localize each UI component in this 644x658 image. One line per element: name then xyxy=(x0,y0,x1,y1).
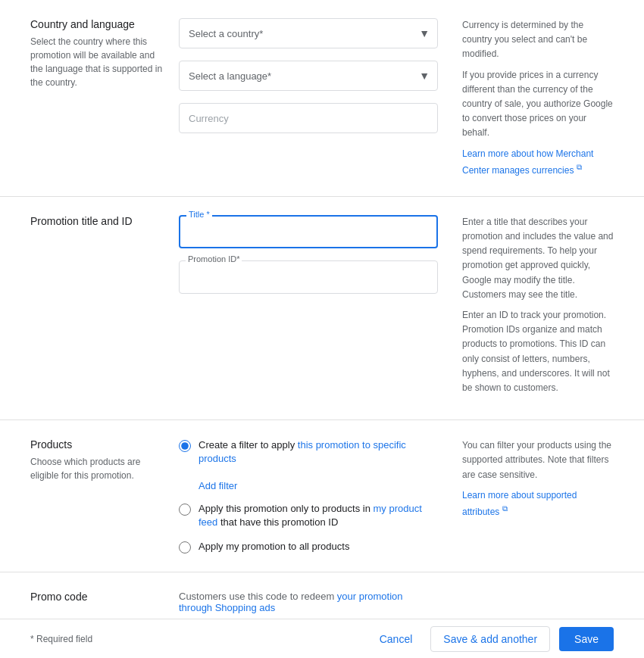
language-select-field: Select a language* ▼ xyxy=(179,61,438,91)
products-section: Products Choose which products are eligi… xyxy=(0,420,644,572)
title-field[interactable]: Title * xyxy=(179,215,438,248)
products-fields: Create a filter to apply this promotion … xyxy=(179,438,450,554)
required-note: * Required field xyxy=(30,634,92,644)
products-info: You can filter your products using the s… xyxy=(462,438,614,554)
promotion-info-p1: Enter a title that describes your promot… xyxy=(462,215,614,302)
promotion-id-field[interactable]: Promotion ID* xyxy=(179,260,438,294)
currency-placeholder: Currency xyxy=(189,113,229,124)
section-left-promotion: Promotion title and ID xyxy=(30,215,167,401)
products-desc: Choose which products are eligible for t… xyxy=(30,455,167,482)
save-add-button[interactable]: Save & add another xyxy=(430,626,550,652)
radio-product-feed-label: Apply this promotion only to products in… xyxy=(199,502,438,529)
promo-code-title: Promo code xyxy=(30,591,167,603)
products-title: Products xyxy=(30,438,167,451)
currency-info-link[interactable]: Learn more about how Merchant Center man… xyxy=(462,148,593,176)
footer: * Required field Cancel Save & add anoth… xyxy=(0,619,644,658)
section-left-products: Products Choose which products are eligi… xyxy=(30,438,167,554)
currency-display: Currency xyxy=(179,103,438,133)
currency-info-p1: Currency is determined by the country yo… xyxy=(462,18,614,62)
promotion-id-label: Promotion ID* xyxy=(186,254,242,264)
promo-code-description: Customers use this code to redeem your p… xyxy=(179,591,438,613)
language-select[interactable]: Select a language* xyxy=(180,61,437,90)
products-info-link[interactable]: Learn more about supported attributes ⧉ xyxy=(462,490,577,517)
language-select-wrapper[interactable]: Select a language* ▼ xyxy=(179,61,438,91)
promotion-title-fields: Title * Promotion ID* xyxy=(179,215,450,401)
save-button[interactable]: Save xyxy=(559,627,614,651)
radio-filter-input[interactable] xyxy=(179,440,191,452)
radio-product-feed-input[interactable] xyxy=(179,504,191,516)
country-language-info: Currency is determined by the country yo… xyxy=(462,18,614,178)
promotion-id-input[interactable] xyxy=(180,261,437,293)
radio-filter-label: Create a filter to apply this promotion … xyxy=(199,438,438,466)
external-link-icon: ⧉ xyxy=(577,163,582,171)
radio-feed-highlight: my product feed xyxy=(199,503,422,528)
currency-field: Currency xyxy=(179,103,438,133)
title-input[interactable] xyxy=(180,217,436,247)
country-language-section: Country and language Select the country … xyxy=(0,0,644,197)
section-left-country: Country and language Select the country … xyxy=(30,18,167,178)
promotion-title-heading: Promotion title and ID xyxy=(30,215,167,227)
radio-all-products-input[interactable] xyxy=(179,541,191,554)
country-select-field: Select a country* ▼ xyxy=(179,18,438,48)
footer-actions: Cancel Save & add another Save xyxy=(370,626,614,652)
products-external-icon: ⧉ xyxy=(502,504,508,513)
main-content: Country and language Select the country … xyxy=(0,0,644,658)
country-language-fields: Select a country* ▼ Select a language* ▼… xyxy=(179,18,450,178)
cancel-button[interactable]: Cancel xyxy=(370,627,422,651)
radio-filter-highlight: this promotion to specific products xyxy=(199,439,406,464)
country-language-desc: Select the country where this promotion … xyxy=(30,35,167,89)
radio-filter[interactable]: Create a filter to apply this promotion … xyxy=(179,438,438,466)
promotion-info-p2: Enter an ID to track your promotion. Pro… xyxy=(462,308,614,395)
products-radio-group: Create a filter to apply this promotion … xyxy=(179,438,438,554)
country-select-wrapper[interactable]: Select a country* ▼ xyxy=(179,18,438,48)
currency-info-p2: If you provide prices in a currency diff… xyxy=(462,68,614,141)
radio-all-products-label: Apply my promotion to all products xyxy=(199,540,349,554)
products-info-p1: You can filter your products using the s… xyxy=(462,438,614,482)
country-language-title: Country and language xyxy=(30,18,167,30)
promotion-title-section: Promotion title and ID Title * Promotion… xyxy=(0,197,644,420)
radio-all-products[interactable]: Apply my promotion to all products xyxy=(179,540,438,554)
title-field-label: Title * xyxy=(186,210,212,219)
promotion-title-info: Enter a title that describes your promot… xyxy=(462,215,614,401)
radio-product-feed[interactable]: Apply this promotion only to products in… xyxy=(179,502,438,529)
add-filter-link[interactable]: Add filter xyxy=(199,480,438,491)
country-select[interactable]: Select a country* xyxy=(180,19,437,48)
